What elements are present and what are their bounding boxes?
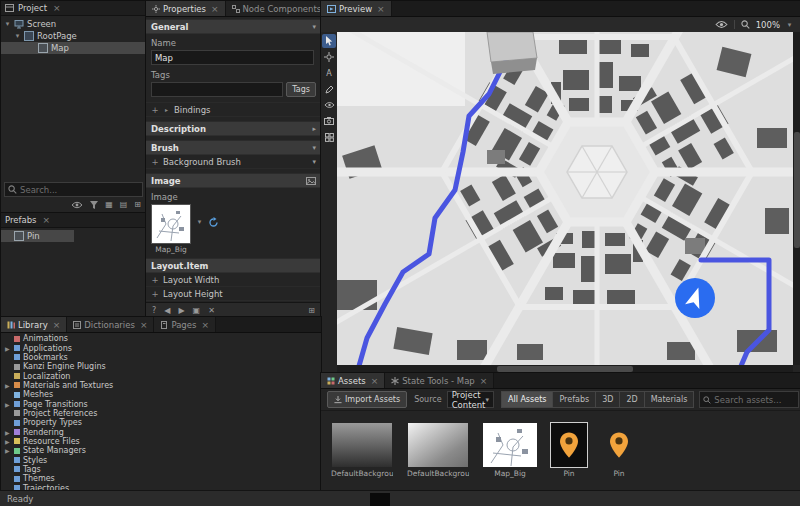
pan-tool[interactable] [322, 50, 336, 64]
filter-2d[interactable]: 2D [620, 391, 644, 408]
caret-down-icon[interactable]: ▾ [4, 20, 11, 28]
library-item[interactable]: ▶Materials and Textures [1, 381, 321, 390]
prev-icon[interactable]: ◀ [164, 306, 170, 315]
layout-height-row[interactable]: + Layout Height [146, 287, 321, 301]
settings-small-icon[interactable]: ⊞ [134, 200, 141, 209]
visibility-filter-icon[interactable] [71, 201, 83, 209]
add-property-icon[interactable]: + [151, 157, 159, 167]
add-property-icon[interactable]: + [151, 275, 159, 285]
close-icon[interactable]: × [201, 320, 209, 330]
visibility-tool[interactable] [322, 98, 336, 112]
camera-tool[interactable] [322, 114, 336, 128]
library-item[interactable]: ▶Bookmarks [1, 353, 321, 362]
section-description[interactable]: Description ▸ [146, 121, 321, 136]
zoom-level[interactable]: 100% [756, 20, 780, 30]
next-icon[interactable]: ▶ [178, 306, 184, 315]
clear-icon[interactable]: ✕ [208, 306, 215, 315]
asset-item-selected[interactable]: Pin [551, 423, 587, 478]
tree-item-rootpage[interactable]: ▾ RootPage [1, 30, 146, 42]
filter-prefabs[interactable]: Prefabs [553, 391, 596, 408]
close-icon[interactable]: × [377, 4, 385, 14]
source-dropdown[interactable]: Project Content ▾ [447, 391, 494, 408]
zoom-dropdown-icon[interactable]: ▾ [786, 21, 793, 29]
tab-preview[interactable]: Preview × [321, 1, 392, 16]
tree-item-screen[interactable]: ▾ Screen [1, 18, 146, 30]
preview-viewport[interactable] [337, 32, 793, 365]
tree-item-map[interactable]: Map [1, 42, 146, 54]
tab-pages[interactable]: Pages × [154, 317, 216, 332]
tags-field[interactable] [151, 82, 283, 97]
asset-item[interactable]: Pin [601, 423, 637, 478]
library-item[interactable]: ▶Tags [1, 465, 321, 474]
tags-button[interactable]: Tags [286, 82, 316, 97]
library-item[interactable]: ▶Localization [1, 371, 321, 380]
nav-pin[interactable] [675, 278, 715, 318]
assets-search-box[interactable] [699, 391, 799, 408]
name-field[interactable] [151, 50, 314, 65]
section-brush[interactable]: Brush ▾ [146, 140, 321, 155]
tab-dictionaries[interactable]: Dictionaries × [67, 317, 154, 332]
help-icon[interactable]: ? [152, 306, 156, 315]
tab-state-tools[interactable]: State Tools - Map × [385, 373, 494, 388]
layout-width-row[interactable]: + Layout Width [146, 273, 321, 287]
asset-item[interactable]: DefaultBackgrou... [407, 423, 469, 478]
asset-item[interactable]: DefaultBackgrou... [331, 423, 393, 478]
caret-down-icon[interactable]: ▾ [14, 32, 21, 40]
assets-search-input[interactable] [714, 394, 795, 405]
expand-panel-icon[interactable]: ⊞ [308, 306, 315, 315]
grid-view-icon[interactable]: ▦ [105, 200, 113, 209]
filter-3d[interactable]: 3D [596, 391, 620, 408]
close-icon[interactable]: × [53, 320, 61, 330]
library-item[interactable]: ▶State Managers [1, 446, 321, 455]
close-icon[interactable]: × [480, 376, 488, 386]
tab-node-components[interactable]: Node Components × [226, 1, 322, 16]
preview-vscrollbar[interactable] [793, 32, 800, 365]
section-layout-item[interactable]: Layout.Item [146, 258, 321, 273]
text-tool[interactable]: A [322, 66, 336, 80]
dock-icon[interactable]: ▣ [193, 306, 201, 315]
library-item[interactable]: ▶Property Types [1, 418, 321, 427]
asset-item[interactable]: Map_Big [483, 423, 537, 478]
library-item[interactable]: ▶Applications [1, 343, 321, 352]
image-dropdown-icon[interactable]: ▾ [196, 218, 203, 226]
filter-funnel-icon[interactable] [90, 201, 98, 209]
section-image[interactable]: Image [146, 173, 321, 188]
project-search-input[interactable] [20, 184, 139, 195]
project-search-box[interactable] [4, 182, 143, 197]
filter-all-assets[interactable]: All Assets [501, 391, 554, 408]
filter-materials[interactable]: Materials [645, 391, 695, 408]
refresh-icon[interactable] [208, 217, 219, 228]
background-brush-row[interactable]: + Background Brush ▾ [146, 155, 321, 169]
visibility-icon[interactable] [715, 20, 728, 29]
library-item[interactable]: ▶Animations [1, 334, 321, 343]
import-assets-button[interactable]: Import Assets [327, 391, 407, 408]
pen-tool[interactable] [322, 82, 336, 96]
prefabs-panel-header[interactable]: Prefabs × [1, 213, 146, 228]
grid-tool[interactable] [322, 130, 336, 144]
add-binding-icon[interactable]: + [151, 105, 159, 115]
tab-properties[interactable]: Properties × [146, 1, 226, 16]
select-tool[interactable] [322, 34, 336, 48]
close-icon[interactable]: × [211, 4, 219, 14]
tab-library[interactable]: Library × [1, 317, 67, 332]
library-item[interactable]: ▶Project References [1, 409, 321, 418]
library-item[interactable]: ▶Themes [1, 474, 321, 483]
close-icon[interactable]: × [371, 376, 379, 386]
close-icon[interactable]: × [140, 320, 148, 330]
caret-right-icon[interactable]: ▸ [163, 106, 170, 113]
section-general[interactable]: General ▾ [146, 19, 321, 34]
image-thumbnail[interactable] [151, 204, 191, 244]
library-item[interactable]: ▶Styles [1, 455, 321, 464]
close-icon[interactable]: × [43, 215, 51, 225]
library-item[interactable]: ▶Page Transitions [1, 399, 321, 408]
prefab-item-pin[interactable]: Pin [1, 230, 74, 242]
list-view-icon[interactable]: ▤ [120, 200, 128, 209]
project-panel-header[interactable]: Project × [1, 1, 146, 16]
add-property-icon[interactable]: + [151, 289, 159, 299]
tab-assets[interactable]: Assets × [321, 373, 385, 388]
bindings-row[interactable]: + ▸ Bindings [146, 102, 321, 117]
close-icon[interactable]: × [53, 3, 61, 13]
library-item[interactable]: ▶Resource Files [1, 437, 321, 446]
map-canvas[interactable] [337, 32, 793, 365]
library-item[interactable]: ▶Rendering [1, 427, 321, 436]
